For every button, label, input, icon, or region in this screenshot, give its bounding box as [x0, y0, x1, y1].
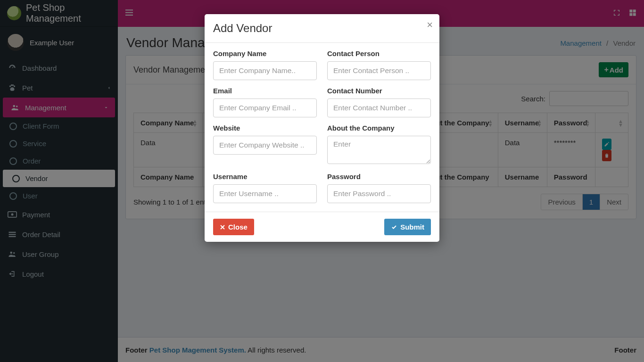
submit-button[interactable]: Submit	[384, 219, 431, 235]
field-contact-person: Contact Person	[327, 49, 431, 80]
label-contact-person: Contact Person	[327, 49, 431, 58]
label-website: Website	[213, 124, 317, 132]
label-password: Password	[327, 173, 431, 181]
field-company: Company Name	[213, 49, 317, 80]
modal-header: Add Vendor ×	[205, 14, 439, 43]
input-about[interactable]	[327, 136, 431, 164]
label-username: Username	[213, 173, 317, 181]
field-username: Username	[213, 173, 317, 203]
input-contact-number[interactable]	[327, 99, 431, 117]
input-company[interactable]	[213, 61, 317, 80]
check-icon	[391, 224, 397, 230]
close-label: Close	[228, 223, 248, 231]
input-username[interactable]	[213, 184, 317, 203]
label-email: Email	[213, 87, 317, 95]
modal-body: Company Name Contact Person Email Contac…	[205, 43, 439, 212]
close-button[interactable]: Close	[213, 219, 254, 235]
input-email[interactable]	[213, 99, 317, 117]
submit-label: Submit	[400, 223, 424, 231]
label-about: About the Company	[327, 124, 431, 132]
field-contact-number: Contact Number	[327, 87, 431, 117]
field-about: About the Company	[327, 124, 431, 166]
modal-footer: Close Submit	[205, 212, 439, 242]
input-website[interactable]	[213, 136, 317, 155]
add-vendor-modal: Add Vendor × Company Name Contact Person…	[205, 14, 439, 242]
close-icon[interactable]: ×	[427, 19, 433, 31]
field-password: Password	[327, 173, 431, 203]
label-company: Company Name	[213, 49, 317, 58]
x-icon	[220, 224, 225, 230]
field-email: Email	[213, 87, 317, 117]
input-contact-person[interactable]	[327, 61, 431, 80]
field-website: Website	[213, 124, 317, 166]
modal-title: Add Vendor	[213, 22, 431, 35]
input-password[interactable]	[327, 184, 431, 203]
label-contact-number: Contact Number	[327, 87, 431, 95]
